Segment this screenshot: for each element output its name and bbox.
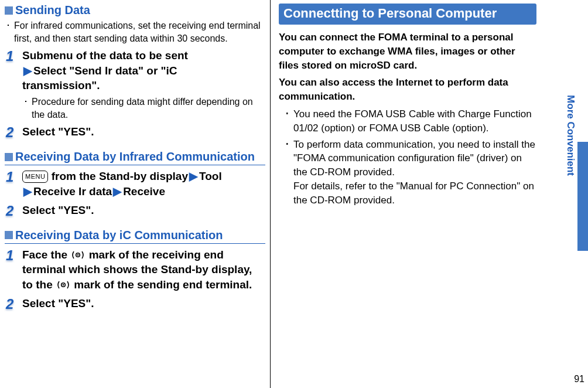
step-text: mark of the sending end terminal. [74, 278, 252, 291]
heading-text: Receiving Data by Infrared Communication [15, 150, 255, 164]
page-number: 91 [574, 374, 584, 384]
bullet-item: ･ To perform data communication, you nee… [285, 138, 536, 207]
step-body: Select "YES". [22, 124, 265, 139]
step-text: Tool [199, 170, 222, 182]
step-1-send: 1 Submenu of the data to be sent ▶Select… [6, 48, 265, 121]
side-label: More Convenient [565, 95, 576, 176]
heading-text: Receiving Data by iC Communication [15, 229, 223, 242]
heading-receive-ic: Receiving Data by iC Communication [5, 229, 265, 242]
step-text: Receive [123, 185, 165, 198]
felica-icon [70, 250, 86, 260]
note-text: For infrared communications, set the rec… [14, 19, 265, 45]
arrow-icon: ▶ [112, 185, 123, 198]
bullet-dot-icon: ･ [285, 138, 290, 207]
step-number: 2 [6, 203, 22, 218]
step-2-send: 2 Select "YES". [6, 124, 265, 139]
step-text: Receive Ir data [33, 185, 112, 198]
step-line: transmission". [22, 79, 100, 91]
note-sending: ･ For infrared communications, set the r… [5, 19, 265, 45]
heading-square-icon [5, 153, 13, 161]
step-line: Select "Send Ir data" or "iC [33, 64, 177, 77]
bullet-text: To perform data communication, you need … [293, 139, 535, 178]
step-line: Submenu of the data to be sent [22, 49, 188, 62]
step-1-ic: 1 Face the mark of the receiving end ter… [6, 247, 265, 292]
arrow-icon: ▶ [188, 170, 199, 182]
step-1-ir: 1 MENU from the Stand-by display▶Tool ▶R… [6, 169, 265, 199]
step-body: Face the mark of the receiving end termi… [22, 247, 265, 292]
bullet-item: ･ You need the FOMA USB Cable with Charg… [285, 107, 536, 135]
step-2-ic: 2 Select "YES". [6, 296, 265, 311]
left-column: Sending Data ･ For infrared communicatio… [0, 0, 271, 388]
arrow-icon: ▶ [22, 185, 33, 198]
menu-button-icon: MENU [22, 171, 48, 183]
svg-point-1 [77, 254, 79, 256]
heading-square-icon [5, 6, 13, 15]
step-body: Select "YES". [22, 296, 265, 311]
step-subnote-text: Procedure for sending data might differ … [32, 96, 265, 121]
heading-text: Sending Data [15, 4, 90, 17]
step-body: MENU from the Stand-by display▶Tool ▶Rec… [22, 169, 265, 199]
bullet-subtext: For details, refer to the "Manual for PC… [293, 181, 534, 206]
intro-para: You can also access the Internet to perf… [279, 76, 536, 104]
step-number: 1 [6, 48, 22, 121]
bullet-dot-icon: ･ [23, 96, 28, 121]
step-number: 2 [6, 296, 22, 311]
bullet-dot-icon: ･ [285, 107, 290, 135]
step-body: Select "YES". [22, 203, 265, 218]
step-body: Submenu of the data to be sent ▶Select "… [22, 48, 265, 121]
heading-rule [5, 165, 265, 165]
right-column: Connectting to Personal Computer You can… [271, 0, 541, 388]
bullet-dot-icon: ･ [6, 19, 11, 45]
step-subnote: ･ Procedure for sending data might diffe… [22, 96, 265, 121]
arrow-icon: ▶ [22, 64, 33, 77]
step-number: 1 [6, 169, 22, 199]
step-number: 2 [6, 124, 22, 139]
manual-page: Sending Data ･ For infrared communicatio… [0, 0, 588, 388]
heading-square-icon [5, 231, 13, 239]
side-tab: More Convenient 91 [562, 0, 588, 388]
svg-point-3 [63, 284, 64, 286]
step-number: 1 [6, 247, 22, 292]
intro-para: You can connect the FOMA terminal to a p… [279, 30, 536, 72]
heading-sending-data: Sending Data [5, 4, 265, 17]
side-accent [577, 142, 588, 251]
step-text: Face the [22, 249, 70, 261]
bullet-text: You need the FOMA USB Cable with Charge … [293, 107, 536, 135]
step-2-ir: 2 Select "YES". [6, 203, 265, 218]
step-text: from the Stand-by display [48, 170, 188, 182]
felica-icon [56, 280, 71, 290]
bullet-text-wrap: To perform data communication, you need … [293, 138, 536, 207]
section-title-band: Connectting to Personal Computer [279, 4, 536, 25]
heading-receive-ir: Receiving Data by Infrared Communication [5, 150, 265, 164]
heading-rule [5, 243, 265, 244]
